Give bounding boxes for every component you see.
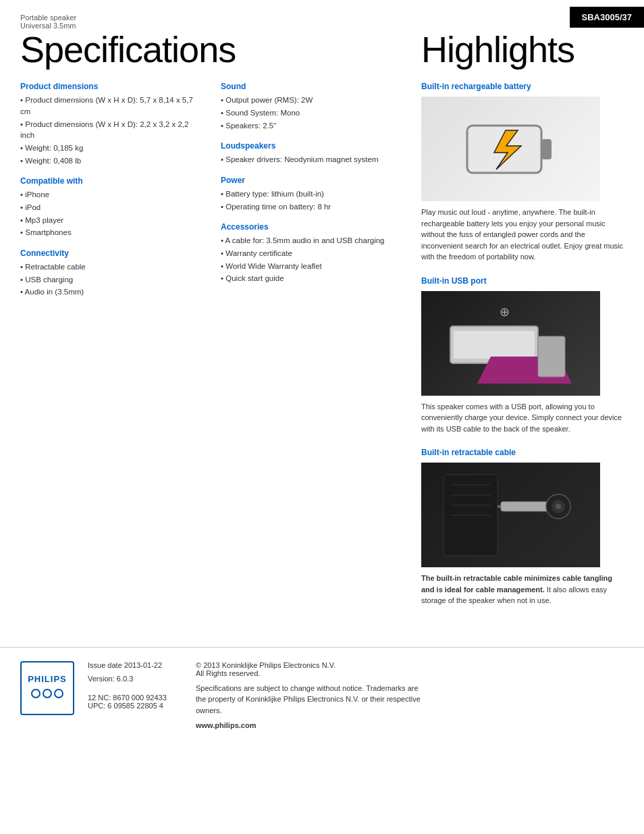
svg-point-20 — [43, 689, 51, 698]
page: Portable speaker Universal 3.5mm SBA3005… — [0, 0, 644, 834]
spec-item: Audio in (3.5mm) — [20, 286, 200, 298]
spec-section-title: Compatible with — [20, 176, 200, 186]
spec-section: ConnectivityRetractable cableUSB chargin… — [20, 249, 200, 298]
highlight-section: Built-in rechargeable battery Play music… — [421, 82, 624, 263]
nc: 12 NC: 8670 000 92433 — [88, 694, 182, 702]
model-badge: SBA3005/37 — [570, 7, 644, 28]
specs-column: Specifications Product dimensionsProduct… — [20, 30, 414, 620]
highlights-column: Highlights Built-in rechargeable battery… — [414, 30, 624, 620]
highlights-title: Highlights — [421, 30, 624, 70]
spec-section-title: Power — [221, 176, 401, 185]
svg-text:⊕: ⊕ — [499, 305, 509, 319]
spec-item: Smartphones — [20, 226, 200, 239]
svg-point-21 — [55, 689, 63, 698]
highlight-image-cable — [421, 463, 600, 567]
issue-date: Issue date 2013-01-22 — [88, 661, 182, 669]
spec-item: Product dimensions (W x H x D): 2,2 x 3,… — [20, 118, 200, 142]
svg-rect-1 — [541, 139, 552, 159]
spec-columns: Product dimensionsProduct dimensions (W … — [20, 82, 401, 308]
spec-item: Weight: 0,185 kg — [20, 142, 200, 155]
highlight-title: Built-in rechargeable battery — [421, 82, 624, 91]
highlight-section: Built-in retractable cable Th — [421, 448, 624, 606]
spec-item: A cable for: 3.5mm audio in and USB char… — [221, 234, 401, 247]
footer-info: Issue date 2013-01-22 Version: 6.0.3 12 … — [88, 661, 624, 730]
spec-section: AccessoriesA cable for: 3.5mm audio in a… — [221, 222, 401, 285]
spec-item: iPhone — [20, 188, 200, 201]
spec-section-title: Loudspeakers — [221, 141, 401, 151]
product-label: Portable speaker Universal 3.5mm — [0, 0, 570, 30]
spec-section-title: Sound — [221, 82, 401, 91]
philips-logo: PHILIPS — [20, 661, 74, 715]
notice: Specifications are subject to change wit… — [196, 683, 425, 716]
spec-section-title: Connectivity — [20, 249, 200, 258]
spec-item: Output power (RMS): 2W — [221, 94, 401, 107]
spec-item: Quick start guide — [221, 272, 401, 285]
spec-section: Compatible withiPhoneiPodMp3 playerSmart… — [20, 176, 200, 239]
usb-svg: ⊕ — [437, 296, 585, 390]
spec-section: SoundOutput power (RMS): 2WSound System:… — [221, 82, 401, 132]
highlight-section: Built-in USB port ⊕ This speaker comes w… — [421, 276, 624, 435]
spec-item: Weight: 0,408 lb — [20, 155, 200, 167]
svg-point-17 — [556, 504, 561, 509]
spec-item: World Wide Warranty leaflet — [221, 260, 401, 273]
product-type: Portable speaker — [20, 14, 549, 22]
top-bar: Portable speaker Universal 3.5mm SBA3005… — [0, 0, 644, 30]
spec-item: Sound System: Mono — [221, 107, 401, 120]
spec-item: Battery type: lithium (built-in) — [221, 188, 401, 201]
highlight-image-battery — [421, 97, 600, 201]
spec-item: Retractable cable — [20, 261, 200, 273]
spec-item: Mp3 player — [20, 214, 200, 227]
spec-item: Speakers: 2.5" — [221, 120, 401, 132]
footer-left: Issue date 2013-01-22 Version: 6.0.3 12 … — [88, 661, 182, 730]
highlight-title: Built-in USB port — [421, 276, 624, 286]
spec-item: Operating time on battery: 8 hr — [221, 201, 401, 213]
logo-text: PHILIPS — [28, 674, 67, 684]
highlight-desc: The built-in retractable cable minimizes… — [421, 573, 624, 606]
spec-col-2: SoundOutput power (RMS): 2WSound System:… — [221, 82, 401, 308]
battery-svg — [457, 109, 565, 190]
spec-item: Speaker drivers: Neodynium magnet system — [221, 153, 401, 166]
highlight-desc: This speaker comes with a USB port, allo… — [421, 401, 624, 435]
spec-item: iPod — [20, 201, 200, 214]
highlights-container: Built-in rechargeable battery Play music… — [421, 82, 624, 606]
svg-rect-5 — [454, 331, 535, 359]
highlight-desc: Play music out loud - anytime, anywhere.… — [421, 207, 624, 263]
website: www.philips.com — [196, 721, 624, 729]
copyright: © 2013 Koninklijke Philips Electronics N… — [196, 661, 624, 677]
main-content: Specifications Product dimensionsProduct… — [0, 30, 644, 620]
footer-right: © 2013 Koninklijke Philips Electronics N… — [196, 661, 624, 730]
spec-item: Product dimensions (W x H x D): 5,7 x 8,… — [20, 94, 200, 118]
specs-title: Specifications — [20, 30, 401, 70]
spec-section-title: Product dimensions — [20, 82, 200, 91]
footer: PHILIPS Issue date 2013-01-22 Version: 6… — [0, 647, 644, 744]
svg-rect-8 — [538, 336, 565, 377]
version: Version: 6.0.3 — [88, 675, 182, 683]
spec-item: USB charging — [20, 273, 200, 286]
logo-wave — [30, 687, 64, 702]
spec-section: LoudspeakersSpeaker drivers: Neodynium m… — [221, 141, 401, 166]
cable-svg — [437, 468, 585, 563]
upc: UPC: 6 09585 22805 4 — [88, 702, 182, 710]
spec-section: Product dimensionsProduct dimensions (W … — [20, 82, 200, 167]
spec-item: Warranty certificate — [221, 247, 401, 260]
highlight-title: Built-in retractable cable — [421, 448, 624, 457]
spec-col-1: Product dimensionsProduct dimensions (W … — [20, 82, 200, 308]
svg-point-19 — [32, 689, 40, 698]
highlight-image-usb: ⊕ — [421, 291, 600, 396]
spec-section-title: Accessories — [221, 222, 401, 232]
spec-section: PowerBattery type: lithium (built-in)Ope… — [221, 176, 401, 213]
